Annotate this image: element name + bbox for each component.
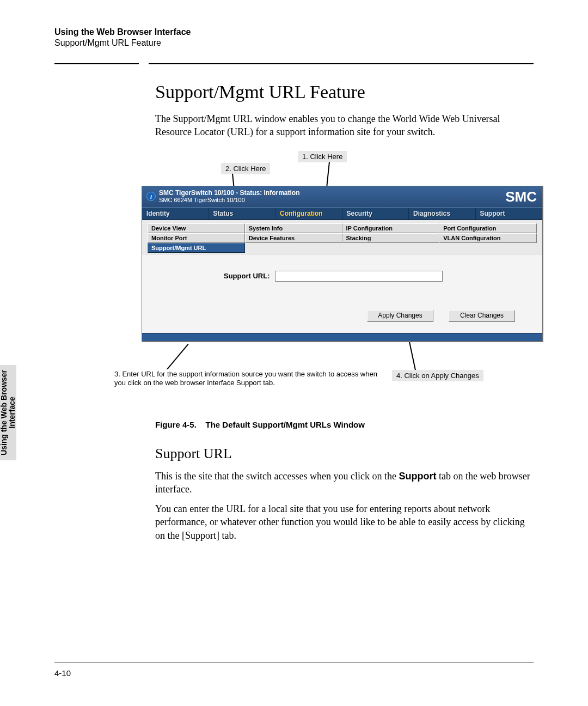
subtab-device-view[interactable]: Device View [148,223,245,233]
tab-security[interactable]: Security [342,208,409,220]
pointer-3 [167,344,188,369]
figure-caption: The Default Support/Mgmt URLs Window [206,420,365,429]
support-url-p1: This is the site that the switch accesse… [155,470,534,496]
support-url-input[interactable] [275,271,443,282]
support-bold-word: Support [399,471,436,482]
subtab-stacking[interactable]: Stacking [342,233,440,243]
callout-2: 2. Click Here [221,163,270,174]
footer-rule [54,662,534,662]
screenshot-title-main: SMC TigerSwitch 10/100 - Status: Informa… [159,190,300,197]
primary-tab-bar: Identity Status Configuration Security D… [142,207,542,220]
tab-support[interactable]: Support [476,208,543,220]
subtab-port-configuration[interactable]: Port Configuration [439,223,537,233]
figure-caption-row: Figure 4-5. The Default Support/Mgmt URL… [155,420,534,542]
tab-identity[interactable]: Identity [142,208,209,220]
callout-4: 4. Click on Apply Changes [392,370,483,381]
tab-status[interactable]: Status [209,208,276,220]
content-column: Support/Mgmt URL Feature The Support/Mgm… [155,82,534,139]
apply-changes-button[interactable]: Apply Changes [367,310,433,322]
tab-diagnostics[interactable]: Diagnostics [409,208,476,220]
subtab-vlan-configuration[interactable]: VLAN Configuration [439,233,537,243]
subtab-device-features[interactable]: Device Features [245,233,342,243]
tab-configuration[interactable]: Configuration [275,208,342,220]
intro-paragraph: The Support/Mgmt URL window enables you … [155,112,534,139]
side-tab-line1: Using the Web Browser [0,370,8,455]
subtab-system-info[interactable]: System Info [245,223,342,233]
side-tab-line2: Interface [8,397,16,428]
figure-wrap: 1. Click Here 2. Click Here i SMC TigerS… [114,148,544,398]
side-thumb-tab: Using the Web Browser Interface [0,365,16,460]
subtab-area: Device View System Info IP Configuration… [142,220,542,254]
form-area: Support URL: Apply Changes Clear Changes [142,254,542,333]
subtab-support-mgmt-url[interactable]: Support/Mgmt URL [148,243,245,253]
screenshot-titlebar: i SMC TigerSwitch 10/100 - Status: Infor… [142,186,542,207]
support-url-p2: You can enter the URL for a local site t… [155,502,534,542]
info-icon: i [146,192,156,201]
callout-1: 1. Click Here [298,151,347,162]
support-url-heading: Support URL [155,446,534,462]
clear-changes-button[interactable]: Clear Changes [449,310,515,322]
page-number: 4-10 [54,668,71,678]
running-header-section: Support/Mgmt URL Feature [54,38,534,48]
running-header-chapter: Using the Web Browser Interface [54,27,534,37]
brand-logo: SMC [505,188,537,205]
subtab-monitor-port[interactable]: Monitor Port [148,233,245,243]
top-rule [54,63,534,64]
screenshot-title-block: SMC TigerSwitch 10/100 - Status: Informa… [159,190,300,203]
figure-number: Figure 4-5. [155,420,197,429]
screenshot-title-sub: SMC 6624M TigerSwitch 10/100 [159,197,300,203]
section-title: Support/Mgmt URL Feature [155,82,534,102]
callout-3: 3. Enter URL for the support information… [114,370,381,388]
page: Using the Web Browser Interface Support/… [0,0,588,706]
support-url-label: Support URL: [224,272,270,280]
screenshot-window: i SMC TigerSwitch 10/100 - Status: Infor… [142,186,543,342]
subtab-ip-configuration[interactable]: IP Configuration [342,223,440,233]
screenshot-footer-strip [142,333,542,341]
